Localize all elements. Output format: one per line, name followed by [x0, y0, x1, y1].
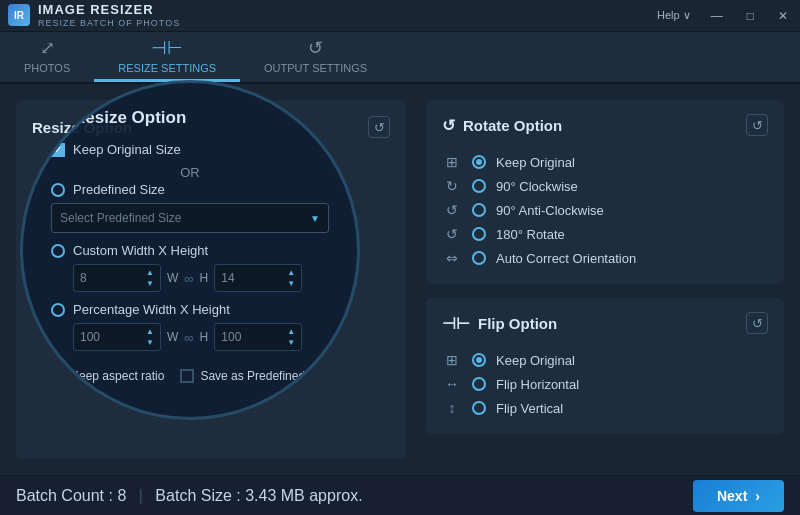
rotate-auto-label: Auto Correct Orientation: [496, 251, 636, 266]
rotate-option-auto[interactable]: ⇔ Auto Correct Orientation: [442, 246, 768, 270]
flip-section: ⊣⊢ Flip Option ↺ ⊞ Keep Original ↔ Flip …: [426, 298, 784, 434]
batch-size-text: Batch Size : 3.43 MB approx.: [155, 487, 362, 504]
rotate-90cw-label: 90° Clockwise: [496, 179, 578, 194]
mag-keep-aspect-label: Keep aspect ratio: [71, 369, 164, 383]
tab-resize-label: RESIZE SETTINGS: [118, 62, 216, 74]
flip-keep-radio[interactable]: [472, 353, 486, 367]
mag-pct-h-down-icon[interactable]: ▼: [287, 337, 295, 348]
tab-output-label: OUTPUT SETTINGS: [264, 62, 367, 74]
flip-h-label: Flip Horizontal: [496, 377, 579, 392]
rotate-auto-icon: ⇔: [442, 250, 462, 266]
mag-custom-w-spinners[interactable]: ▲ ▼: [146, 267, 154, 289]
mag-custom-row[interactable]: Custom Width X Height: [51, 243, 329, 258]
next-arrow-icon: ›: [755, 488, 760, 504]
flip-v-icon: ↕: [442, 400, 462, 416]
flip-option-vertical[interactable]: ↕ Flip Vertical: [442, 396, 768, 420]
rotate-option-180[interactable]: ↺ 180° Rotate: [442, 222, 768, 246]
mag-custom-h-spinners[interactable]: ▲ ▼: [287, 267, 295, 289]
statusbar: Batch Count : 8 | Batch Size : 3.43 MB a…: [0, 475, 800, 515]
rotate-section: ↺ Rotate Option ↺ ⊞ Keep Original ↻ 90° …: [426, 100, 784, 284]
right-panel: ↺ Rotate Option ↺ ⊞ Keep Original ↻ 90° …: [426, 100, 784, 459]
app-name: IMAGE RESIZER: [38, 2, 180, 18]
flip-reset-button[interactable]: ↺: [746, 312, 768, 334]
rotate-option-90acw[interactable]: ↺ 90° Anti-Clockwise: [442, 198, 768, 222]
rotate-option-90cw[interactable]: ↻ 90° Clockwise: [442, 174, 768, 198]
mag-pct-w-label: W: [167, 330, 178, 344]
mag-keep-original-row[interactable]: ✓ Keep Original Size: [51, 142, 329, 157]
mag-custom-radio[interactable]: [51, 244, 65, 258]
rotate-keep-radio[interactable]: [472, 155, 486, 169]
mag-h-label: H: [200, 271, 209, 285]
mag-custom-w-input[interactable]: 8 ▲ ▼: [73, 264, 161, 292]
mag-percentage-row[interactable]: Percentage Width X Height: [51, 302, 329, 317]
mag-custom-inputs: 8 ▲ ▼ W ∞ H 14 ▲ ▼: [73, 264, 329, 292]
rotate-option-keep[interactable]: ⊞ Keep Original: [442, 150, 768, 174]
mag-pct-h-label: H: [200, 330, 209, 344]
rotate-90cw-radio[interactable]: [472, 179, 486, 193]
mag-custom-h-input[interactable]: 14 ▲ ▼: [214, 264, 302, 292]
mag-pct-w-spinners[interactable]: ▲ ▼: [146, 326, 154, 348]
status-info: Batch Count : 8 | Batch Size : 3.43 MB a…: [16, 487, 363, 505]
rotate-180-label: 180° Rotate: [496, 227, 565, 242]
resize-reset-button[interactable]: ↺: [368, 116, 390, 138]
mag-pct-inputs: 100 ▲ ▼ W ∞ H 100 ▲ ▼: [73, 323, 329, 351]
rotate-90acw-icon: ↺: [442, 202, 462, 218]
close-button[interactable]: ✕: [774, 7, 792, 25]
mag-pct-w-value: 100: [80, 330, 100, 344]
rotate-90acw-radio[interactable]: [472, 203, 486, 217]
help-button[interactable]: Help ∨: [657, 9, 691, 22]
mag-pct-w-up-icon[interactable]: ▲: [146, 326, 154, 337]
rotate-reset-button[interactable]: ↺: [746, 114, 768, 136]
mag-pct-h-up-icon[interactable]: ▲: [287, 326, 295, 337]
rotate-keep-label: Keep Original: [496, 155, 575, 170]
flip-v-radio[interactable]: [472, 401, 486, 415]
mag-predefined-select[interactable]: Select Predefined Size ▼: [51, 203, 329, 233]
rotate-180-radio[interactable]: [472, 227, 486, 241]
mag-pct-h-value: 100: [221, 330, 241, 344]
mag-or-text: OR: [51, 165, 329, 180]
tabbar: ⤢ PHOTOS ⊣⊢ RESIZE SETTINGS ↺ OUTPUT SET…: [0, 32, 800, 84]
flip-section-title: ⊣⊢ Flip Option ↺: [442, 312, 768, 334]
mag-custom-w-up-icon[interactable]: ▲: [146, 267, 154, 278]
batch-count-text: Batch Count : 8: [16, 487, 126, 504]
next-button[interactable]: Next ›: [693, 480, 784, 512]
flip-option-keep[interactable]: ⊞ Keep Original: [442, 348, 768, 372]
titlebar: IR IMAGE RESIZER RESIZE BATCH OF PHOTOS …: [0, 0, 800, 32]
mag-w-label: W: [167, 271, 178, 285]
mag-percentage-label: Percentage Width X Height: [73, 302, 230, 317]
mag-pct-h-input[interactable]: 100 ▲ ▼: [214, 323, 302, 351]
mag-custom-w-down-icon[interactable]: ▼: [146, 278, 154, 289]
tab-photos-label: PHOTOS: [24, 62, 70, 74]
mag-custom-h-up-icon[interactable]: ▲: [287, 267, 295, 278]
minimize-button[interactable]: —: [707, 7, 727, 25]
tab-output[interactable]: ↺ OUTPUT SETTINGS: [240, 32, 391, 82]
mag-save-predefined-checkbox[interactable]: [180, 369, 194, 383]
mag-section-title: ✦ Resize Option: [51, 107, 329, 128]
mag-save-predefined-label: Save as Predefined: [200, 369, 305, 383]
tab-resize[interactable]: ⊣⊢ RESIZE SETTINGS: [94, 32, 240, 82]
mag-pct-w-input[interactable]: 100 ▲ ▼: [73, 323, 161, 351]
flip-keep-label: Keep Original: [496, 353, 575, 368]
mag-select-placeholder: Select Predefined Size: [60, 211, 181, 225]
mag-pct-h-spinners[interactable]: ▲ ▼: [287, 326, 295, 348]
flip-h-radio[interactable]: [472, 377, 486, 391]
mag-custom-h-down-icon[interactable]: ▼: [287, 278, 295, 289]
mag-bottom-checkboxes: Keep aspect ratio Save as Predefined: [51, 369, 329, 383]
titlebar-controls: Help ∨ — □ ✕: [657, 7, 792, 25]
rotate-auto-radio[interactable]: [472, 251, 486, 265]
mag-pct-w-down-icon[interactable]: ▼: [146, 337, 154, 348]
mag-select-arrow-icon: ▼: [310, 213, 320, 224]
tab-photos[interactable]: ⤢ PHOTOS: [0, 32, 94, 82]
mag-percentage-radio[interactable]: [51, 303, 65, 317]
flip-keep-icon: ⊞: [442, 352, 462, 368]
rotate-keep-icon: ⊞: [442, 154, 462, 170]
mag-save-predefined-row[interactable]: Save as Predefined: [180, 369, 305, 383]
maximize-button[interactable]: □: [743, 7, 758, 25]
mag-predefined-radio[interactable]: [51, 183, 65, 197]
mag-predefined-row[interactable]: Predefined Size: [51, 182, 329, 197]
flip-h-icon: ↔: [442, 376, 462, 392]
mag-predefined-label: Predefined Size: [73, 182, 165, 197]
flip-option-horizontal[interactable]: ↔ Flip Horizontal: [442, 372, 768, 396]
photos-icon: ⤢: [40, 37, 55, 59]
rotate-section-title: ↺ Rotate Option ↺: [442, 114, 768, 136]
